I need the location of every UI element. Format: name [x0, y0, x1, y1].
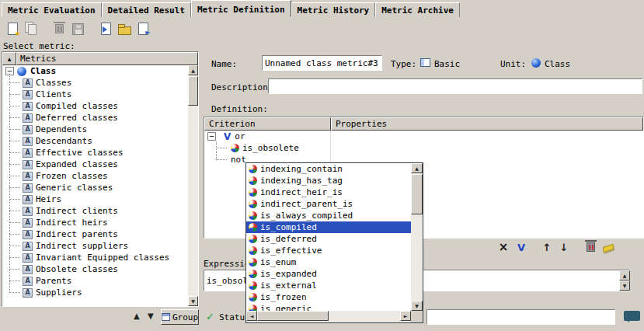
- dropdown-vertical-scrollbar[interactable]: ▲ ▼: [411, 163, 423, 311]
- tree-item-metric[interactable]: A Deferred classes: [2, 112, 188, 124]
- comment-bubble-icon[interactable]: [624, 311, 640, 321]
- scrollbar-thumb[interactable]: [188, 76, 198, 106]
- metric-tree-items: A Classes A Clients A Compiled classes A…: [2, 77, 188, 298]
- scroll-down-icon[interactable]: ▼: [188, 296, 198, 306]
- group-button[interactable]: Group: [161, 309, 199, 325]
- dropdown-horizontal-scrollbar[interactable]: ◄ ►: [246, 311, 411, 322]
- scroll-down-icon[interactable]: ▼: [411, 301, 423, 311]
- scrollbar-thumb[interactable]: [257, 311, 329, 321]
- expression-scroll-down-icon[interactable]: ▼: [619, 280, 630, 291]
- tree-item-label: Classes: [36, 77, 71, 89]
- dropdown-item[interactable]: is_frozen: [246, 291, 411, 303]
- tree-item-metric[interactable]: A Expanded classes: [2, 159, 188, 170]
- expression-scroll-up-icon[interactable]: ▲: [619, 270, 630, 280]
- tree-item-metric[interactable]: A Compiled classes: [2, 100, 188, 112]
- tree-item-metric[interactable]: A Indirect clients: [2, 205, 188, 217]
- move-metric-down-icon[interactable]: ▼: [148, 312, 154, 320]
- criterion-ball-icon: [249, 165, 257, 173]
- save-metric-button[interactable]: [68, 19, 87, 38]
- dropdown-item[interactable]: is_always_compiled: [246, 210, 411, 221]
- tree-item-metric[interactable]: A Heirs: [2, 193, 188, 205]
- tree-item-metric[interactable]: A Indirect heirs: [2, 217, 188, 228]
- tab[interactable]: Metric Evaluation: [2, 2, 102, 17]
- or-operator-icon: V: [224, 132, 231, 141]
- dropdown-item[interactable]: is_generic: [246, 303, 411, 311]
- dropdown-item[interactable]: is_external: [246, 280, 411, 291]
- open-metric-file-button[interactable]: [115, 19, 134, 38]
- dropdown-item-label: indirect_parent_is: [260, 198, 353, 210]
- tree-item-label: Suppliers: [36, 287, 82, 298]
- dropdown-item[interactable]: indirect_heir_is: [246, 186, 411, 198]
- tree-item-metric[interactable]: A Descendants: [2, 135, 188, 147]
- tree-item-metric[interactable]: A Parents: [2, 275, 188, 287]
- tree-root-class[interactable]: − Class: [2, 65, 188, 77]
- sort-ascending-icon[interactable]: ▲: [2, 52, 16, 65]
- reload-metrics-button[interactable]: [96, 19, 115, 38]
- dropdown-item[interactable]: is_enum: [246, 256, 411, 268]
- tab-bar: Metric Evaluation Detailed Result Metric…: [2, 0, 460, 17]
- dropdown-item[interactable]: is_expanded: [246, 268, 411, 280]
- tree-item-metric[interactable]: A Effective classes: [2, 147, 188, 159]
- tree-item-metric[interactable]: A Obsolete classes: [2, 263, 188, 275]
- scroll-up-icon[interactable]: ▲: [188, 65, 198, 75]
- properties-column-header[interactable]: Properties: [331, 117, 643, 131]
- tree-item-metric[interactable]: A Dependents: [2, 124, 188, 135]
- open-metric-file-icon: [118, 26, 131, 35]
- dropdown-item[interactable]: indirect_parent_is: [246, 198, 411, 210]
- dropdown-item[interactable]: is_compiled: [246, 221, 411, 233]
- metric-icon: A: [23, 277, 33, 286]
- collapse-icon[interactable]: −: [207, 132, 216, 141]
- tree-item-label: Compiled classes: [36, 100, 118, 112]
- move-metric-up-icon[interactable]: ▲: [134, 312, 140, 320]
- tree-item-metric[interactable]: A Clients: [2, 89, 188, 100]
- remove-criterion-button[interactable]: ×: [496, 240, 511, 254]
- move-criterion-down-button[interactable]: ↓: [556, 240, 572, 254]
- description-label: Description:: [211, 82, 273, 93]
- dropdown-item[interactable]: indexing_contain: [246, 163, 411, 175]
- metric-tree-body: − Class A Classes A Clients A Compiled c…: [2, 65, 188, 306]
- scroll-left-icon[interactable]: ◄: [246, 311, 257, 321]
- remove-metric-button[interactable]: [50, 19, 68, 38]
- or-criterion-button[interactable]: V: [513, 240, 529, 254]
- tree-vertical-scrollbar[interactable]: ▲ ▼: [188, 65, 198, 306]
- scrollbar-thumb[interactable]: [411, 174, 423, 214]
- tree-item-metric[interactable]: A Indirect suppliers: [2, 240, 188, 252]
- tree-item-metric[interactable]: A Indirect parents: [2, 228, 188, 240]
- export-metrics-button[interactable]: ►: [134, 19, 152, 38]
- criterion-ball-icon: [249, 270, 257, 278]
- name-label: Name:: [211, 58, 237, 70]
- metrics-column-header[interactable]: Metrics: [16, 52, 198, 65]
- dropdown-item[interactable]: is_effective: [246, 245, 411, 256]
- criterion-row-or[interactable]: − V or: [204, 131, 643, 142]
- delete-criterion-button[interactable]: [583, 240, 598, 254]
- move-criterion-up-button[interactable]: ↑: [539, 240, 555, 254]
- description-input[interactable]: [268, 78, 642, 94]
- tab[interactable]: Metric Archive: [375, 2, 460, 17]
- dropdown-item[interactable]: indexing_has_tag: [246, 175, 411, 186]
- criterion-ball-icon: [249, 176, 257, 185]
- tree-item-metric[interactable]: A Invariant Equipped classes: [2, 252, 188, 263]
- erase-criterion-button[interactable]: [600, 241, 616, 255]
- criterion-row-is-obsolete[interactable]: is_obsolete: [204, 142, 643, 154]
- criterion-column-header[interactable]: Criterion: [204, 117, 331, 131]
- status-value-field[interactable]: [426, 309, 615, 325]
- tab[interactable]: Metric Definition: [191, 0, 291, 17]
- tree-item-metric[interactable]: A Classes: [2, 77, 188, 89]
- scroll-up-icon[interactable]: ▲: [411, 163, 423, 173]
- tree-item-metric[interactable]: A Suppliers: [2, 287, 188, 298]
- scroll-right-icon[interactable]: ►: [400, 311, 411, 321]
- group-icon: [162, 313, 170, 321]
- tree-item-label: Indirect heirs: [36, 217, 108, 228]
- new-metric-button[interactable]: ★: [3, 19, 22, 38]
- toolbar: ★ ►: [3, 19, 152, 39]
- tab[interactable]: Metric History: [291, 2, 376, 17]
- tree-item-metric[interactable]: A Frozen classes: [2, 170, 188, 182]
- tab[interactable]: Detailed Result: [102, 2, 191, 17]
- tree-item-label: Deferred classes: [36, 112, 118, 124]
- name-input[interactable]: [262, 55, 382, 71]
- metric-tree-header: ▲ Metrics: [2, 52, 198, 65]
- dropdown-item[interactable]: is_deferred: [246, 233, 411, 245]
- metric-icon: A: [23, 253, 33, 263]
- tree-item-metric[interactable]: A Generic classes: [2, 182, 188, 193]
- duplicate-metric-button[interactable]: [22, 19, 40, 38]
